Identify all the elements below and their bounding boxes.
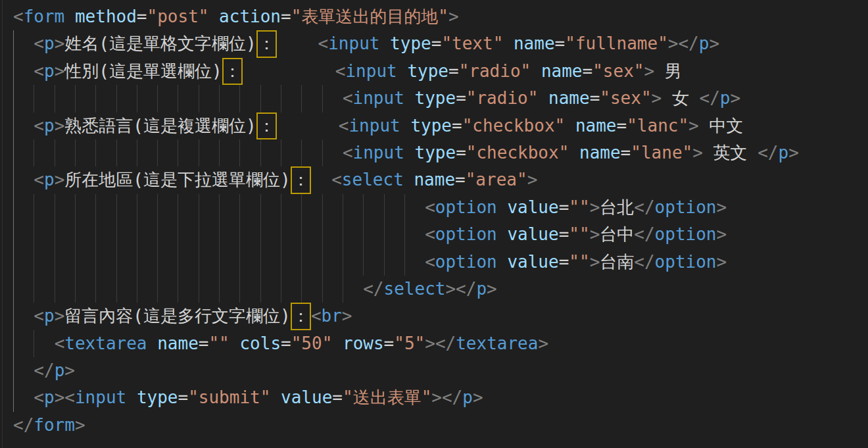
token-attr: name <box>579 143 621 162</box>
token-punct: > <box>473 387 483 407</box>
indent-guide <box>75 249 76 276</box>
indent-guide <box>260 85 261 112</box>
token-text <box>13 306 34 326</box>
indent-guide <box>260 249 261 276</box>
indent-guide <box>116 249 117 276</box>
indent-guide <box>301 85 302 112</box>
token-punct: > <box>590 224 600 244</box>
token-eq: = <box>431 34 442 53</box>
indent-guide <box>363 194 364 221</box>
indent-guide <box>34 276 34 303</box>
indent-guide <box>260 276 261 303</box>
indent-guide <box>281 194 281 221</box>
indent-guide <box>219 249 220 276</box>
token-text: 台中 <box>600 224 634 244</box>
code-editor[interactable]: <form method="post" action="表單送出的目的地"> <… <box>0 0 868 448</box>
indent-guide <box>116 85 117 112</box>
token-eq: = <box>384 334 395 353</box>
token-text: 女 <box>662 88 699 108</box>
token-tag: p <box>44 170 55 189</box>
token-punct: < <box>34 170 44 189</box>
token-eq: = <box>199 334 209 353</box>
indent-guide <box>260 139 261 166</box>
token-attr: type <box>137 387 178 407</box>
indent-guide <box>239 194 240 221</box>
token-text <box>13 170 34 189</box>
token-text <box>531 61 541 81</box>
token-punct: < <box>425 197 435 217</box>
active-indent-guide <box>13 166 14 193</box>
token-attr: value <box>507 224 558 244</box>
token-attr: name <box>414 170 455 189</box>
indent-guide <box>95 221 96 248</box>
token-text <box>147 334 158 353</box>
token-punct: > <box>448 7 459 26</box>
token-attr: type <box>407 61 448 81</box>
token-eq: = <box>332 387 343 407</box>
active-indent-guide <box>13 58 14 85</box>
token-text <box>503 34 514 53</box>
indent-guide <box>322 139 323 166</box>
active-indent-guide <box>13 249 14 276</box>
token-punct: > <box>731 88 741 108</box>
token-punct: > <box>788 143 799 162</box>
indent-guide <box>34 221 34 248</box>
token-eq: = <box>583 61 593 81</box>
token-text <box>208 7 219 26</box>
indent-guide <box>199 139 199 166</box>
active-indent-guide <box>13 357 14 384</box>
token-string: "post" <box>147 7 209 26</box>
token-text <box>229 334 240 353</box>
indent-guide <box>55 249 55 276</box>
token-tag: input <box>328 34 379 53</box>
indent-guide <box>157 139 158 166</box>
token-eq: = <box>559 197 569 217</box>
token-punct: </ <box>363 279 383 299</box>
token-punct: > <box>527 170 538 189</box>
token-text <box>13 116 34 136</box>
token-eq: = <box>559 224 569 244</box>
token-tag: p <box>476 279 487 299</box>
token-string: "checkbox" <box>462 116 566 136</box>
indent-guide <box>157 85 158 112</box>
token-tag: p <box>462 387 473 407</box>
token-text <box>397 61 408 81</box>
token-string: "radio" <box>466 88 539 108</box>
token-eq: = <box>456 88 466 108</box>
indent-guide <box>75 276 76 303</box>
indent-guide <box>34 139 34 166</box>
token-text: 男 <box>654 61 682 81</box>
token-text: 英文 <box>703 143 758 162</box>
indent-guide <box>178 221 178 248</box>
token-punct: </ <box>758 143 778 162</box>
token-text <box>13 387 34 407</box>
token-punct: > <box>688 116 699 136</box>
token-text <box>311 170 331 189</box>
token-eq: = <box>281 334 291 353</box>
token-tag: select <box>342 170 404 189</box>
token-tag: option <box>435 224 497 244</box>
token-attr: value <box>281 387 332 407</box>
token-tag: textarea <box>64 334 147 353</box>
indent-guide <box>137 194 137 221</box>
active-indent-guide <box>13 276 14 303</box>
token-tag: p <box>699 34 710 53</box>
token-text <box>379 34 390 53</box>
token-string: "50" <box>291 334 333 353</box>
token-tag: option <box>655 224 717 244</box>
token-attr: action <box>219 7 281 26</box>
token-punct: < <box>425 252 435 272</box>
indent-guide <box>95 194 96 221</box>
token-text: 中文 <box>699 116 744 136</box>
indent-guide <box>199 85 199 112</box>
indent-guide <box>239 85 240 112</box>
code-line: </form> <box>0 412 868 439</box>
indent-guide <box>384 194 385 221</box>
token-tag: option <box>655 197 717 217</box>
token-tag: p <box>44 387 55 407</box>
token-text <box>404 170 414 189</box>
indent-guide <box>34 85 34 112</box>
token-tag: p <box>55 361 65 380</box>
token-punct: </ <box>634 224 654 244</box>
indent-guide <box>239 221 240 248</box>
